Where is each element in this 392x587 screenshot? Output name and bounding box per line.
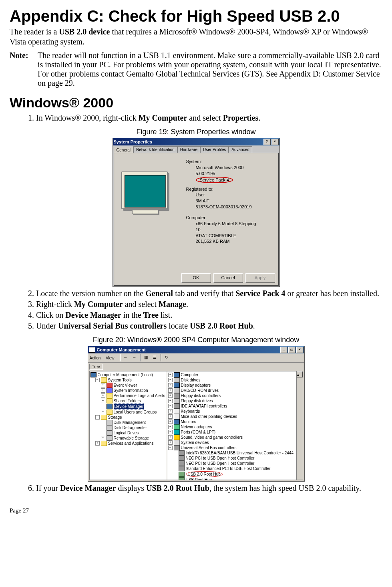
help-button[interactable]: ? xyxy=(263,139,271,145)
collapse-icon[interactable]: − xyxy=(95,378,100,382)
tree-item[interactable]: Logical Drives xyxy=(90,430,166,436)
expand-icon[interactable]: + xyxy=(168,409,173,414)
expand-icon[interactable]: + xyxy=(168,393,173,398)
expand-icon[interactable]: + xyxy=(168,378,173,382)
device-category[interactable]: +IDE ATA/ATAPI controllers xyxy=(168,403,302,409)
tree-item[interactable]: +Local Users and Groups xyxy=(90,409,166,415)
expand-icon[interactable]: + xyxy=(101,383,105,387)
device-category[interactable]: +Computer xyxy=(168,372,302,377)
collapse-icon[interactable]: − xyxy=(168,446,173,450)
tree-item[interactable]: +Performance Logs and Alerts xyxy=(90,393,166,398)
device-category[interactable]: +DVD/CD-ROM drives xyxy=(168,388,302,393)
toolbar-icon[interactable]: ▦ xyxy=(142,354,150,362)
device-category[interactable]: +Mice and other pointing devices xyxy=(168,414,302,419)
window-title: System Properties xyxy=(114,139,153,144)
nav-forward-icon[interactable]: → xyxy=(131,354,139,362)
device-category[interactable]: +Keyboards xyxy=(168,409,302,414)
step-4: Click on Device Manager in the Tree list… xyxy=(36,310,382,320)
tree-system-tools[interactable]: −System Tools xyxy=(90,377,166,383)
nav-back-icon[interactable]: ← xyxy=(122,354,130,362)
tab-network-identification[interactable]: Network Identification xyxy=(133,146,177,153)
expand-icon[interactable]: + xyxy=(168,420,173,424)
node-label: USB Root Hub xyxy=(186,477,212,480)
tree-item[interactable]: +Event Viewer xyxy=(90,383,166,388)
text-bold: Universal Serial Bus controllers xyxy=(58,321,167,330)
node-label: Floppy disk drives xyxy=(181,398,213,403)
perf-icon xyxy=(107,393,113,398)
device-category[interactable]: +Disk drives xyxy=(168,377,302,383)
usb-device[interactable]: USB Root Hub xyxy=(168,477,302,480)
tree-services[interactable]: +Services and Applications xyxy=(90,441,166,446)
tree-item[interactable]: Disk Defragmenter xyxy=(90,425,166,430)
toolbar-icon[interactable]: ☰ xyxy=(151,354,159,362)
scrollbar[interactable]: ▴ xyxy=(296,371,303,480)
scroll-up-icon[interactable]: ▴ xyxy=(297,371,303,377)
tree-item[interactable]: +System Information xyxy=(90,388,166,393)
device-category[interactable]: +Floppy disk controllers xyxy=(168,393,302,398)
ok-button[interactable]: OK xyxy=(181,273,211,283)
tree-storage[interactable]: −Storage xyxy=(90,415,166,420)
registered-label: Registered to: xyxy=(186,186,256,192)
expand-icon[interactable]: + xyxy=(168,414,173,419)
expand-icon[interactable]: + xyxy=(101,436,105,440)
tab-user-profiles[interactable]: User Profiles xyxy=(200,146,229,153)
usb-device[interactable]: Standard Enhanced PCI to USB Host Contro… xyxy=(168,466,302,471)
device-category[interactable]: +Monitors xyxy=(168,419,302,424)
tree-item[interactable]: Disk Management xyxy=(90,420,166,425)
expand-icon[interactable]: + xyxy=(101,399,105,403)
text-bold: USB 2.0 Root Hub xyxy=(190,321,253,330)
expand-icon[interactable]: + xyxy=(168,383,173,387)
tab-advanced[interactable]: Advanced xyxy=(229,146,252,153)
text: If your xyxy=(36,484,60,492)
toolbar-icon[interactable]: ⟳ xyxy=(163,354,171,362)
expand-icon[interactable]: + xyxy=(168,440,173,445)
shared-folders-icon xyxy=(107,398,113,403)
expand-icon[interactable]: + xyxy=(168,373,173,377)
device-category[interactable]: +Network adapters xyxy=(168,424,302,430)
text: . xyxy=(186,300,188,309)
expand-icon[interactable]: + xyxy=(168,435,173,440)
usb-device[interactable]: Intel(R) 82801BA/BAM USB Universal Host … xyxy=(168,450,302,456)
device-category[interactable]: +Display adapters xyxy=(168,383,302,388)
system-line: Microsoft Windows 2000 xyxy=(186,165,256,171)
tree-item[interactable]: +Shared Folders xyxy=(90,398,166,403)
node-label: Disk Management xyxy=(114,420,146,425)
tab-general[interactable]: General xyxy=(114,147,134,153)
expand-icon[interactable]: + xyxy=(101,410,105,414)
expand-icon[interactable]: + xyxy=(168,399,173,403)
menu-action[interactable]: Action xyxy=(90,356,101,360)
cancel-button[interactable]: Cancel xyxy=(213,273,243,283)
right-device-pane: +Computer +Disk drives +Display adapters… xyxy=(167,371,303,480)
device-category[interactable]: +System devices xyxy=(168,440,302,445)
defrag-icon xyxy=(107,425,113,430)
expand-icon[interactable]: + xyxy=(168,430,173,434)
collapse-icon[interactable]: − xyxy=(95,415,100,420)
node-label: Sound, video and game controllers xyxy=(181,435,243,440)
expand-icon[interactable]: + xyxy=(101,388,105,393)
expand-icon[interactable]: + xyxy=(101,393,105,398)
usb-2-root-hub[interactable]: USB 2.0 Root Hub xyxy=(168,471,302,477)
apply-button[interactable]: Apply xyxy=(245,273,275,283)
minimize-button[interactable]: _ xyxy=(280,347,287,353)
tree-item[interactable]: +Removable Storage xyxy=(90,436,166,441)
device-category-usb[interactable]: −Universal Serial Bus controllers xyxy=(168,445,302,450)
tree-root[interactable]: Computer Management (Local) xyxy=(90,372,166,377)
maximize-button[interactable]: ▭ xyxy=(288,347,296,353)
usb-device[interactable]: NEC PCI to USB Open Host Controller xyxy=(168,461,302,466)
text: . xyxy=(253,321,255,330)
expand-icon[interactable]: + xyxy=(168,404,173,408)
device-category[interactable]: +Ports (COM & LPT) xyxy=(168,430,302,435)
sound-icon xyxy=(174,435,180,440)
device-category[interactable]: +Floppy disk drives xyxy=(168,398,302,403)
usb-device[interactable]: NEC PCI to USB Open Host Controller xyxy=(168,456,302,461)
close-button[interactable]: × xyxy=(296,347,304,353)
expand-icon[interactable]: + xyxy=(168,388,173,393)
expand-icon[interactable]: + xyxy=(95,441,100,446)
tab-hardware[interactable]: Hardware xyxy=(177,146,200,153)
menu-view[interactable]: View xyxy=(106,356,115,360)
expand-icon[interactable]: + xyxy=(168,425,173,429)
device-category[interactable]: +Sound, video and game controllers xyxy=(168,435,302,440)
disk-icon xyxy=(174,377,180,383)
tree-device-manager[interactable]: Device Manager xyxy=(90,403,166,409)
close-button[interactable]: × xyxy=(271,139,279,145)
